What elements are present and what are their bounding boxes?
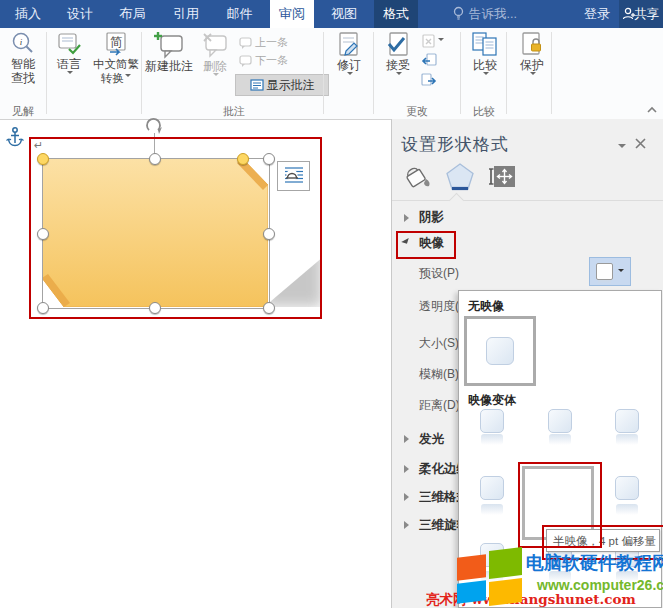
delete-comment-label: 删除 — [203, 59, 227, 73]
adjust-handle[interactable] — [37, 153, 49, 165]
next-comment-button[interactable]: 下一条 — [238, 53, 288, 68]
reflection-variant-tile[interactable] — [468, 476, 516, 536]
group-label-changes: 更改 — [374, 104, 460, 119]
document-canvas[interactable]: ↵ — [0, 119, 391, 608]
accept-icon — [385, 31, 411, 58]
reflection-thumb-icon — [480, 409, 504, 433]
reflection-thumb-icon — [615, 409, 639, 433]
next-change-button[interactable] — [421, 73, 437, 88]
pane-title: 设置形状格式 — [401, 133, 509, 156]
tab-mailings[interactable]: 邮件 — [213, 0, 266, 28]
reject-change-icon — [421, 34, 437, 48]
reject-change-button[interactable] — [421, 34, 444, 48]
tell-me-box[interactable]: 告诉我... — [452, 0, 517, 28]
pane-options-arrow-icon[interactable] — [618, 144, 626, 152]
next-comment-icon — [238, 55, 252, 67]
section-glow[interactable]: 发光 — [419, 431, 444, 448]
protect-button[interactable]: 保护 — [511, 31, 553, 78]
group-label-comments: 批注 — [143, 104, 325, 119]
chinese-conversion-button[interactable]: 简 中文简繁 转换 — [92, 31, 140, 85]
show-comments-label: 显示批注 — [267, 77, 315, 94]
close-pane-icon[interactable] — [634, 137, 647, 150]
dropdown-arrow-icon — [438, 38, 444, 44]
tab-review-active[interactable]: 审阅 — [270, 0, 314, 28]
smart-lookup-label-1: 智能 — [11, 57, 35, 71]
tab-design[interactable]: 设计 — [54, 0, 106, 28]
delete-comment-button[interactable]: 删除 — [196, 31, 234, 79]
language-button[interactable]: 语言 — [50, 31, 88, 77]
expand-arrow-icon[interactable] — [404, 435, 413, 443]
resize-handle-bottom-left[interactable] — [37, 302, 49, 314]
collapse-arrow-icon[interactable] — [401, 236, 409, 244]
selection-bounding-box — [42, 158, 270, 309]
smart-lookup-button[interactable]: i 智能 查找 — [2, 31, 44, 85]
layout-properties-icon[interactable] — [489, 165, 515, 191]
accept-button[interactable]: 接受 — [378, 31, 418, 78]
ribbon: i 智能 查找 见解 语言 简 中文简繁 转换 — [0, 28, 663, 120]
expand-arrow-icon[interactable] — [404, 214, 413, 222]
reflection-thumb-mirror — [481, 571, 503, 582]
tab-view[interactable]: 视图 — [318, 0, 370, 28]
dropdown-arrow-icon — [67, 71, 73, 77]
tab-references[interactable]: 引用 — [159, 0, 213, 28]
reflection-variant-tile[interactable] — [603, 409, 651, 469]
layout-options-icon — [283, 166, 305, 186]
previous-comment-button[interactable]: 上一条 — [238, 35, 288, 50]
new-comment-button[interactable]: 新建批注 — [145, 31, 193, 73]
expand-arrow-icon[interactable] — [404, 521, 413, 529]
reflection-variant-tile[interactable] — [536, 409, 584, 469]
previous-comment-label: 上一条 — [255, 35, 288, 50]
share-button[interactable]: 共享 — [619, 0, 663, 28]
resize-handle-left[interactable] — [37, 228, 49, 240]
reflection-thumb-mirror — [549, 434, 571, 445]
tab-insert[interactable]: 插入 — [2, 0, 54, 28]
reflection-thumb-mirror — [616, 504, 638, 515]
preset-dropdown-button[interactable] — [589, 257, 631, 286]
show-comments-button[interactable]: 显示批注 — [235, 74, 329, 96]
pane-tab-separator — [392, 200, 663, 201]
track-changes-button[interactable]: 修订 — [327, 31, 371, 78]
expand-arrow-icon[interactable] — [404, 465, 413, 473]
dropdown-arrow-icon — [483, 72, 489, 78]
effects-icon-selected[interactable] — [444, 161, 476, 193]
object-anchor-icon — [6, 126, 24, 148]
resize-handle-bottom[interactable] — [149, 302, 161, 314]
resize-handle-bottom-right[interactable] — [263, 302, 275, 314]
section-shadow[interactable]: 阴影 — [419, 209, 444, 226]
reflection-variant-tile[interactable] — [603, 476, 651, 536]
reflection-thumb-mirror — [481, 504, 503, 515]
track-changes-icon — [336, 31, 362, 58]
section-reflection[interactable]: 映像 — [419, 235, 444, 252]
previous-change-icon — [421, 53, 437, 68]
no-reflection-tile-selected[interactable] — [464, 316, 536, 386]
resize-handle-top-right[interactable] — [263, 153, 275, 165]
previous-change-button[interactable] — [421, 53, 437, 68]
sign-in-button[interactable]: 登录 — [574, 0, 620, 28]
size-label: 大小(S) — [419, 335, 459, 352]
rotate-handle[interactable] — [144, 117, 164, 135]
reflection-thumb-icon — [548, 409, 572, 433]
chinese-conversion-icon: 简 — [104, 31, 128, 57]
shape-drop-shadow — [264, 249, 322, 307]
tab-layout[interactable]: 布局 — [106, 0, 159, 28]
tab-format-contextual[interactable]: 格式 — [374, 0, 418, 28]
dropdown-arrow-icon — [396, 72, 402, 78]
ribbon-divider — [460, 32, 461, 114]
compare-button[interactable]: 比较 — [464, 31, 506, 78]
next-comment-label: 下一条 — [255, 53, 288, 68]
share-label: 共享 — [634, 7, 659, 21]
dropdown-arrow-icon — [125, 74, 131, 80]
watermark-site-name: 电脑软硬件教程网 — [526, 551, 663, 575]
collapse-ribbon-icon[interactable] — [646, 105, 658, 115]
track-changes-label: 修订 — [337, 58, 361, 72]
ribbon-divider — [46, 32, 47, 114]
layout-options-button[interactable] — [277, 161, 310, 191]
reflection-variant-tile[interactable] — [468, 409, 516, 469]
expand-arrow-icon[interactable] — [404, 493, 413, 501]
adjust-handle[interactable] — [237, 153, 249, 165]
resize-handle-right[interactable] — [263, 228, 275, 240]
resize-handle-top[interactable] — [149, 153, 161, 165]
ribbon-divider — [323, 32, 324, 114]
fill-line-icon[interactable] — [402, 163, 434, 191]
smart-lookup-label-2: 查找 — [11, 71, 35, 85]
